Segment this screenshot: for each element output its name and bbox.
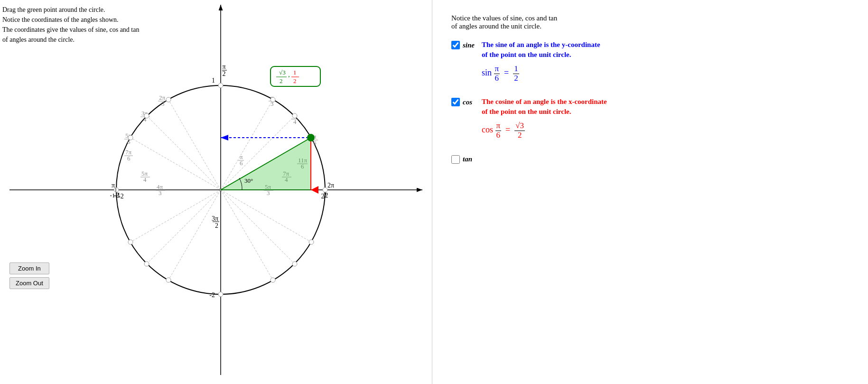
svg-text:2: 2 <box>223 70 226 77</box>
svg-point-73 <box>218 83 223 88</box>
svg-point-80 <box>144 113 149 118</box>
svg-line-67 <box>131 190 221 242</box>
unit-circle-svg: 2 -2 -1 2 2 -2 1 -2 π 2 3π 2 π 2π π 6 <box>0 0 432 384</box>
cos-content: The cosine of an angle is the x-coordina… <box>482 97 849 140</box>
svg-text:,: , <box>288 71 290 78</box>
tan-checkbox-area: tan <box>451 155 477 164</box>
svg-point-75 <box>218 292 223 297</box>
left-panel: Drag the green point around the circle. … <box>0 0 432 384</box>
sine-desc-line2: of the point on the unit circle. <box>482 51 571 58</box>
svg-text:3π: 3π <box>212 215 218 222</box>
svg-line-69 <box>168 190 221 280</box>
sine-desc: The sine of an angle is the y-coordinate… <box>482 40 849 60</box>
cos-checkbox[interactable] <box>451 98 460 106</box>
svg-line-68 <box>147 190 221 264</box>
svg-text:2: 2 <box>215 222 218 229</box>
notice-line2: of angles around the unit circle. <box>451 22 541 30</box>
svg-line-70 <box>221 190 273 280</box>
cos-desc-line2: of the point on the unit circle. <box>482 108 571 115</box>
sine-formula: sin π6 = 12 <box>482 65 849 83</box>
svg-point-82 <box>128 240 133 244</box>
svg-line-71 <box>221 190 295 264</box>
svg-point-76 <box>323 187 327 192</box>
svg-point-96 <box>308 134 314 141</box>
zoom-in-button[interactable]: Zoom In <box>9 262 49 274</box>
svg-line-64 <box>168 100 221 190</box>
sine-section: sine The sine of an angle is the y-coord… <box>451 40 849 83</box>
notice-line1: Notice the values of sine, cos and tan <box>451 14 557 22</box>
svg-text:-1: -1 <box>110 192 115 199</box>
zoom-out-button[interactable]: Zoom Out <box>9 277 49 289</box>
cos-desc: The cosine of an angle is the x-coordina… <box>482 97 849 117</box>
tan-section: tan <box>451 154 849 164</box>
svg-text:1: 1 <box>293 69 297 76</box>
svg-line-65 <box>147 116 221 190</box>
cos-section: cos The cosine of an angle is the x-coor… <box>451 97 849 140</box>
right-panel: Notice the values of sine, cos and tan o… <box>432 0 868 384</box>
right-notice: Notice the values of sine, cos and tan o… <box>451 14 849 30</box>
svg-point-81 <box>128 135 133 140</box>
sine-label: sine <box>463 41 477 49</box>
tan-label: tan <box>463 155 477 163</box>
svg-text:30°: 30° <box>244 177 253 184</box>
svg-text:2: 2 <box>280 77 283 84</box>
svg-point-84 <box>166 278 171 282</box>
svg-line-72 <box>221 190 311 242</box>
svg-text:√3: √3 <box>279 69 286 76</box>
cos-checkbox-area: cos <box>451 98 477 106</box>
svg-text:-2: -2 <box>209 291 215 299</box>
zoom-buttons: Zoom In Zoom Out <box>9 262 49 289</box>
svg-point-87 <box>309 240 314 244</box>
svg-point-79 <box>166 97 171 102</box>
sine-checkbox-area: sine <box>451 41 477 49</box>
svg-text:1: 1 <box>212 77 215 84</box>
svg-text:2: 2 <box>324 192 327 199</box>
svg-point-86 <box>292 262 297 266</box>
svg-point-77 <box>271 97 275 102</box>
sine-desc-line1: The sine of an angle is the y-coordinate <box>482 41 600 48</box>
tan-checkbox[interactable] <box>451 155 460 164</box>
svg-text:π: π <box>112 182 115 189</box>
cos-label: cos <box>463 98 477 106</box>
svg-text:2π: 2π <box>327 182 334 189</box>
svg-point-83 <box>144 262 149 266</box>
svg-point-78 <box>292 113 297 118</box>
svg-point-85 <box>271 278 275 282</box>
svg-text:2: 2 <box>293 77 297 84</box>
sine-checkbox[interactable] <box>451 41 460 49</box>
cos-desc-line1: The cosine of an angle is the x-coordina… <box>482 98 607 105</box>
sine-content: The sine of an angle is the y-coordinate… <box>482 40 849 83</box>
svg-text:π: π <box>222 63 225 70</box>
cos-formula: cos π6 = √32 <box>482 122 849 140</box>
